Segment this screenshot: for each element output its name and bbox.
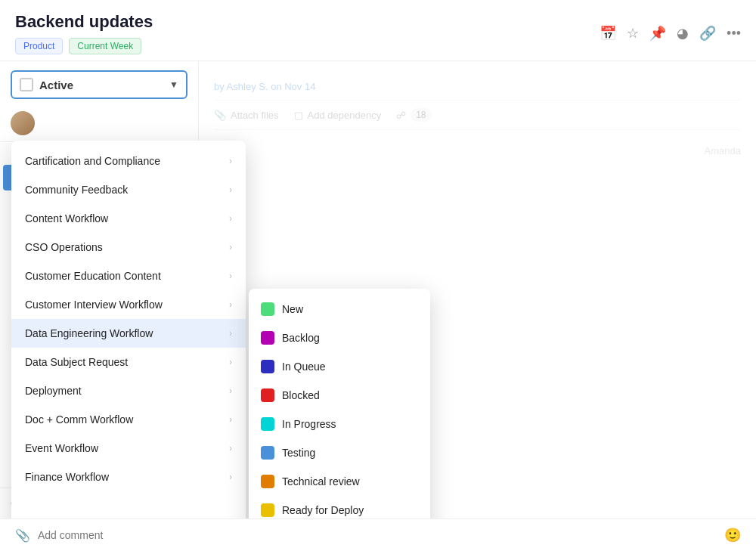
rss-icon[interactable]: ◕ [677, 25, 689, 42]
attach-label: Attach files [231, 110, 279, 121]
chevron-right-icon: › [229, 242, 232, 252]
dropdown-item-data-engineering[interactable]: Data Engineering Workflow › [11, 319, 246, 348]
paperclip-icon: 📎 [214, 110, 226, 121]
right-item-label: Technical review [282, 475, 360, 488]
right-item-new[interactable]: New [249, 295, 430, 323]
main-area: Active ▼ Default Workflow Active In Prog… [0, 61, 756, 518]
right-item-backlog[interactable]: Backlog [249, 323, 430, 352]
dropdown-item-event[interactable]: Event Workflow › [11, 434, 246, 463]
color-dot-inprogress [261, 417, 274, 431]
color-dot-testing [261, 446, 274, 460]
color-dot-backlog [261, 331, 274, 345]
header-icons: 📅 ☆ 📌 ◕ 🔗 ••• [600, 25, 741, 42]
dropdown-item-label: CSO Operations [25, 241, 103, 253]
right-item-label: Testing [282, 447, 315, 459]
right-dropdown: New Backlog In Queue Blocked In Progress [249, 289, 430, 518]
dropdown-item-content-workflow[interactable]: Content Workflow › [11, 204, 246, 233]
chevron-right-icon: › [229, 271, 232, 281]
right-item-blocked[interactable]: Blocked [249, 381, 430, 410]
chevron-right-icon: › [229, 184, 232, 195]
dropdown-item-label: Deployment [25, 385, 82, 397]
dropdown-item-community[interactable]: Community Feedback › [11, 175, 246, 204]
dropdown-item-finance[interactable]: Finance Workflow › [11, 463, 246, 491]
link-icon[interactable]: 🔗 [699, 25, 716, 42]
color-dot-inqueue [261, 360, 274, 373]
dropdown-item-doc-comm[interactable]: Doc + Comm Workflow › [11, 405, 246, 434]
chevron-right-icon: › [229, 443, 232, 453]
right-item-label: Ready for Deploy [282, 504, 364, 516]
dropdown-item-label: Customer Education Content [25, 270, 161, 282]
right-item-label: In Progress [282, 418, 336, 430]
current-status-label: Active [39, 79, 163, 91]
dropdown-item-label: Content Workflow [25, 212, 108, 224]
right-item-readydeploy[interactable]: Ready for Deploy [249, 496, 430, 518]
chevron-right-icon: › [229, 213, 232, 224]
more-icon[interactable]: ••• [727, 26, 741, 42]
dropdown-item-customer-edu[interactable]: Customer Education Content › [11, 262, 246, 290]
comment-bar: 📎 🙂 [0, 518, 756, 551]
right-item-label: Backlog [282, 332, 320, 344]
chevron-right-icon: › [229, 156, 232, 166]
chevron-right-icon: › [229, 414, 232, 425]
star-icon[interactable]: ☆ [627, 25, 639, 42]
dropdown-item-deployment[interactable]: Deployment › [11, 376, 246, 405]
action-bar: 📎 Attach files ▢ Add dependency ☍ 18 [214, 100, 741, 130]
dropdown-item-label: Event Workflow [25, 442, 98, 454]
add-dependency-button[interactable]: ▢ Add dependency [294, 110, 382, 121]
share-count: 18 [411, 108, 431, 122]
chevron-right-icon: › [229, 357, 232, 367]
color-dot-new [261, 302, 274, 316]
share-icon: ☍ [396, 110, 406, 121]
middle-dropdown: Cartification and Compliance › Community… [11, 141, 246, 518]
dropdown-item-cartification[interactable]: Cartification and Compliance › [11, 147, 246, 175]
color-dot-blocked [261, 388, 274, 402]
calendar-icon[interactable]: 📅 [600, 25, 616, 42]
status-box-icon [20, 78, 33, 91]
status-dropdown[interactable]: Active ▼ [11, 70, 187, 99]
status-chevron-icon: ▼ [169, 79, 178, 90]
tag-current-week[interactable]: Current Week [69, 38, 141, 54]
color-dot-techreview [261, 475, 274, 488]
right-item-label: Blocked [282, 389, 320, 401]
dropdown-item-label: Community Feedback [25, 184, 128, 196]
app-container: Backend updates Product Current Week 📅 ☆… [0, 0, 756, 551]
right-item-inqueue[interactable]: In Queue [249, 352, 430, 381]
pin-icon[interactable]: 📌 [649, 25, 666, 42]
right-item-techreview[interactable]: Technical review [249, 467, 430, 496]
dropdown-item-label: Data Engineering Workflow [25, 327, 153, 339]
color-dot-readydeploy [261, 503, 274, 517]
header-tags: Product Current Week [15, 38, 153, 54]
attribution-text: by Ashley S. on Nov 14 [214, 73, 741, 100]
dropdown-item-label: Doc + Comm Workflow [25, 413, 133, 426]
page-title: Backend updates [15, 12, 153, 32]
dropdown-overlay: Cartification and Compliance › Community… [11, 141, 430, 518]
chevron-right-icon: › [229, 385, 232, 396]
avatar-row [0, 105, 198, 142]
header-left: Backend updates Product Current Week [15, 12, 153, 54]
right-item-testing[interactable]: Testing [249, 438, 430, 467]
chevron-right-icon: › [229, 299, 232, 310]
dropdown-item-label: Finance Workflow [25, 471, 109, 483]
status-selector-area: Active ▼ [0, 61, 198, 105]
right-item-label: New [282, 303, 303, 315]
emoji-icon[interactable]: 🙂 [724, 527, 741, 543]
right-item-label: In Queue [282, 361, 326, 373]
dropdown-item-cso[interactable]: CSO Operations › [11, 233, 246, 262]
dependency-icon: ▢ [294, 110, 303, 121]
share-button[interactable]: ☍ 18 [396, 108, 431, 122]
dropdown-item-data-subject[interactable]: Data Subject Request › [11, 348, 246, 376]
dropdown-item-customer-interview[interactable]: Customer Interview Workflow › [11, 290, 246, 319]
attach-files-button[interactable]: 📎 Attach files [214, 110, 279, 121]
dropdown-item-label: Data Subject Request [25, 356, 128, 368]
comment-input[interactable] [38, 529, 717, 541]
tag-product[interactable]: Product [15, 38, 63, 54]
chevron-right-icon: › [229, 328, 232, 339]
dependency-label: Add dependency [308, 110, 382, 121]
dropdown-item-label: Cartification and Compliance [25, 155, 160, 167]
avatar [11, 111, 35, 135]
assignee-name: Amanda [705, 145, 741, 156]
right-item-inprogress[interactable]: In Progress [249, 410, 430, 438]
chevron-right-icon: › [229, 472, 232, 482]
dropdown-item-label: Customer Interview Workflow [25, 299, 163, 311]
page-header: Backend updates Product Current Week 📅 ☆… [0, 0, 756, 61]
